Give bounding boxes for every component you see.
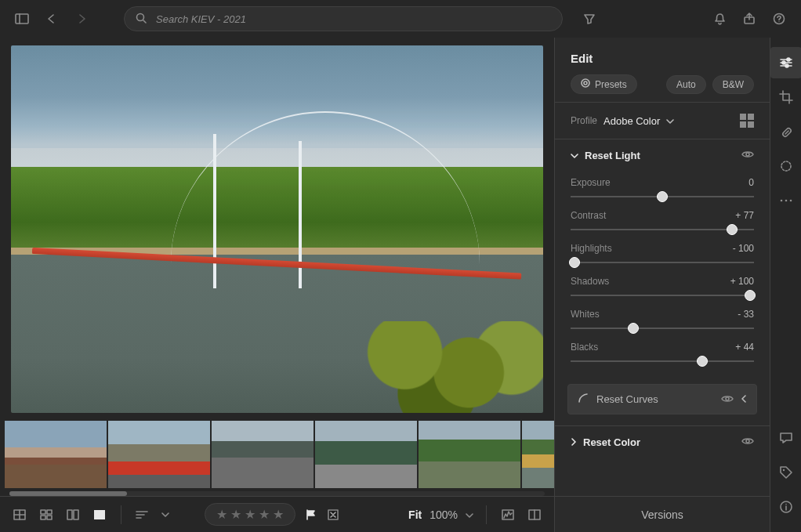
whites-slider[interactable]: Whites- 33 (571, 304, 754, 337)
svg-rect-15 (74, 510, 78, 519)
search-box[interactable] (124, 6, 563, 31)
histogram-toggle-icon[interactable] (499, 508, 516, 522)
edit-tool-icon[interactable] (770, 47, 802, 78)
star-icon: ★ (230, 507, 241, 522)
sort-icon[interactable] (134, 508, 151, 522)
search-icon (136, 13, 147, 26)
thumbnail[interactable] (212, 421, 314, 488)
thumbnail[interactable] (522, 421, 554, 488)
zoom-control[interactable]: Fit 100% (408, 508, 473, 521)
star-rating[interactable]: ★ ★ ★ ★ ★ (205, 503, 295, 526)
presets-button[interactable]: Presets (571, 74, 637, 94)
tag-icon[interactable] (770, 457, 802, 488)
eye-icon[interactable] (721, 393, 734, 406)
svg-point-28 (746, 440, 749, 443)
chevron-right-icon (741, 393, 747, 405)
svg-point-40 (789, 200, 792, 202)
thumbnail[interactable] (5, 421, 107, 488)
light-sliders: Exposure0 Contrast+ 77 Highlights- 100 S… (555, 171, 770, 378)
bell-icon[interactable] (709, 8, 730, 30)
shadows-slider[interactable]: Shadows+ 100 (571, 271, 754, 304)
svg-rect-12 (41, 516, 45, 519)
slider-knob[interactable] (628, 323, 639, 334)
view-grid-small-icon[interactable] (38, 508, 55, 522)
search-input[interactable] (154, 13, 551, 26)
color-section-header[interactable]: Reset Color (555, 425, 770, 458)
filmstrip-scrollbar[interactable] (9, 491, 545, 496)
flag-pick-icon[interactable] (305, 508, 317, 521)
thumbnail[interactable] (419, 421, 520, 488)
svg-line-3 (143, 20, 146, 23)
bw-button[interactable]: B&W (712, 75, 754, 94)
zoom-fit-label[interactable]: Fit (408, 508, 422, 521)
zoom-percent[interactable]: 100% (429, 508, 458, 521)
svg-rect-10 (41, 510, 45, 514)
share-icon[interactable] (738, 8, 760, 30)
help-icon[interactable] (768, 8, 790, 30)
view-single-icon[interactable] (91, 508, 108, 522)
bw-label: B&W (723, 79, 744, 90)
slider-value: - 33 (738, 309, 754, 320)
scrollbar-handle[interactable] (9, 491, 127, 496)
comment-icon[interactable] (770, 422, 802, 454)
slider-value: + 100 (730, 276, 754, 287)
thumbnail[interactable] (315, 421, 417, 488)
mask-tool-icon[interactable] (770, 150, 802, 182)
top-bar (0, 0, 801, 38)
thumbnail[interactable] (108, 421, 210, 488)
svg-point-25 (584, 81, 587, 85)
view-compare-icon[interactable] (64, 508, 82, 522)
svg-rect-14 (67, 510, 72, 519)
section-title: Reset Color (583, 436, 640, 448)
curves-row[interactable]: Reset Curves (567, 384, 757, 414)
sort-chevron-icon[interactable] (161, 508, 170, 522)
highlights-slider[interactable]: Highlights- 100 (571, 238, 754, 271)
before-after-icon[interactable] (526, 508, 543, 522)
heal-tool-icon[interactable] (770, 116, 802, 147)
svg-point-44 (785, 504, 787, 505)
slider-knob[interactable] (657, 191, 668, 202)
exposure-slider[interactable]: Exposure0 (571, 172, 754, 205)
versions-button[interactable]: Versions (555, 496, 770, 532)
more-icon[interactable] (770, 185, 802, 216)
svg-rect-0 (16, 14, 28, 24)
sidebar-toggle-icon[interactable] (11, 8, 33, 30)
svg-point-32 (782, 61, 785, 64)
star-icon: ★ (259, 507, 270, 522)
profile-browser-icon[interactable] (740, 114, 754, 128)
profile-value: Adobe Color (603, 115, 660, 127)
profile-row[interactable]: Profile Adobe Color (555, 102, 770, 139)
svg-point-34 (785, 64, 788, 67)
image-canvas[interactable] (0, 38, 554, 418)
svg-point-39 (785, 200, 787, 202)
view-grid-icon[interactable] (11, 508, 28, 522)
blacks-slider[interactable]: Blacks+ 44 (571, 337, 754, 370)
edit-panel: Edit Presets Auto B&W Profile Adobe Colo… (554, 38, 770, 532)
slider-knob[interactable] (569, 257, 580, 268)
slider-label: Highlights (571, 243, 612, 254)
svg-point-24 (582, 79, 589, 87)
slider-label: Exposure (571, 177, 611, 188)
slider-label: Shadows (571, 276, 609, 287)
svg-line-36 (785, 131, 788, 134)
eye-icon[interactable] (741, 149, 754, 161)
svg-point-30 (787, 58, 790, 61)
slider-knob[interactable] (745, 290, 756, 301)
star-icon: ★ (245, 507, 256, 522)
nav-forward-icon[interactable] (71, 8, 92, 30)
svg-point-27 (726, 397, 729, 400)
contrast-slider[interactable]: Contrast+ 77 (571, 205, 754, 238)
nav-back-icon[interactable] (41, 8, 63, 30)
profile-label: Profile (571, 115, 597, 126)
light-section-header[interactable]: Reset Light (555, 139, 770, 171)
info-icon[interactable] (770, 491, 802, 523)
slider-knob[interactable] (727, 224, 738, 235)
eye-icon[interactable] (741, 436, 754, 448)
flag-reject-icon[interactable] (327, 508, 339, 521)
filter-icon[interactable] (578, 8, 600, 30)
crop-tool-icon[interactable] (770, 81, 802, 113)
divider (121, 505, 121, 524)
slider-knob[interactable] (697, 356, 708, 367)
presets-icon (581, 78, 590, 90)
auto-button[interactable]: Auto (666, 75, 706, 94)
